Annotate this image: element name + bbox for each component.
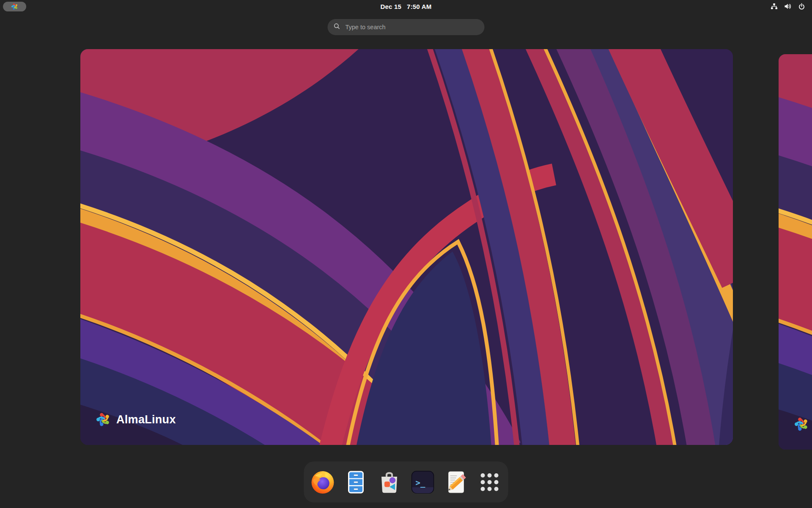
wallpaper-art [80, 49, 733, 445]
volume-high-icon [784, 3, 792, 10]
top-bar: Dec 15 7:50 AM [0, 0, 812, 13]
clock-button[interactable]: Dec 15 7:50 AM [0, 0, 812, 13]
dock-item-app-grid[interactable] [477, 469, 503, 495]
workspace-preview-primary[interactable]: AlmaLinux [80, 49, 733, 445]
svg-text:>_: >_ [416, 478, 425, 488]
wallpaper-logo: AlmaLinux [95, 411, 176, 428]
dock-item-text-editor[interactable] [443, 469, 469, 495]
dock-item-files[interactable] [343, 469, 369, 495]
clock-time: 7:50 AM [407, 3, 431, 10]
text-editor-icon [444, 470, 468, 494]
files-cabinet-icon [344, 470, 368, 494]
search-input[interactable] [345, 23, 479, 31]
network-wired-icon [771, 3, 778, 10]
wallpaper-logo-text: AlmaLinux [116, 413, 176, 426]
gnome-activities-overview: { "topbar": { "activities_button": {"ico… [0, 0, 812, 508]
clock-date: Dec 15 [381, 3, 402, 10]
wallpaper-logo: AlmaLinux [793, 416, 812, 433]
app-grid-icon [480, 472, 500, 492]
dock-item-software[interactable] [376, 469, 403, 495]
terminal-icon: >_ [411, 470, 435, 494]
dock-item-firefox[interactable] [310, 469, 336, 495]
power-icon [798, 3, 805, 10]
firefox-icon [310, 470, 335, 494]
search-icon [334, 23, 340, 31]
dock-item-terminal[interactable]: >_ [410, 469, 436, 495]
software-store-icon [378, 470, 401, 494]
almalinux-pinwheel-icon [95, 411, 112, 428]
dash-dock: >_ [304, 461, 508, 502]
quick-settings-button[interactable] [768, 0, 808, 13]
almalinux-pinwheel-icon [793, 416, 810, 433]
workspace-preview-secondary[interactable]: AlmaLinux [779, 54, 812, 450]
wallpaper-art [779, 54, 812, 450]
search-bar [328, 19, 485, 35]
